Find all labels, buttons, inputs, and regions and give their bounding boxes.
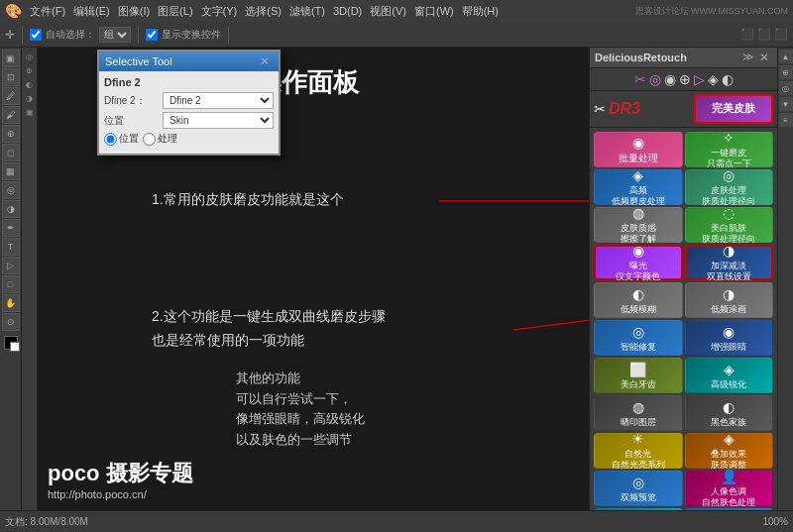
- panel-close-btn[interactable]: ✕: [756, 51, 772, 64]
- menu-select[interactable]: 选择(S): [245, 4, 282, 19]
- dual-freq-icon: ◎: [632, 475, 644, 491]
- panel-btn-portrait-tone[interactable]: 👤 人像色调自然肤色处理: [685, 471, 774, 506]
- menu-help[interactable]: 帮助(H): [462, 4, 499, 19]
- mini-tool-3[interactable]: ◎: [779, 81, 793, 95]
- panel-btn-smart-repair[interactable]: ◎ 智能修复: [594, 320, 683, 356]
- whiten-icon: ◌: [723, 205, 735, 222]
- menu-view[interactable]: 视图(V): [370, 4, 406, 19]
- panel-tool-1[interactable]: ✂: [634, 71, 646, 87]
- panel-btn-deepen[interactable]: ◑ 加深减淡双直线设置: [685, 245, 774, 280]
- panel-btn-whiten-teeth[interactable]: ⬜ 美白牙齿: [594, 358, 683, 393]
- auto-select-checkbox[interactable]: [30, 29, 42, 41]
- panel-btn-skinprocess[interactable]: ◎ 皮肤处理肤质处理径向: [685, 169, 774, 205]
- zoom-level: 100%: [762, 516, 788, 527]
- dialog-select-2[interactable]: Skin: [163, 112, 274, 129]
- canvas-text-2: 2.这个功能是一键生成双曲线磨皮步骤 也是经常使用的一项功能: [152, 305, 386, 353]
- menu-layer[interactable]: 图层(L): [158, 4, 192, 19]
- panel-tool-4[interactable]: ⊕: [679, 71, 691, 87]
- hand-tool[interactable]: ✋: [2, 294, 20, 312]
- poco-logo: poco 摄影专题 http://photo.poco.cn/: [48, 459, 193, 500]
- dialog-row-2: 位置 Skin: [104, 112, 274, 129]
- right-mini-toolbox: ▲ ⊕ ◎ ▼ ≡: [777, 48, 793, 510]
- panel-btn-print-layer[interactable]: ◍ 晒印图层: [594, 395, 683, 431]
- panel-btn-lowfreq-paint[interactable]: ◑ 低频涂画: [685, 282, 774, 318]
- dodge-tool[interactable]: ◑: [2, 200, 20, 218]
- mini-tool-4[interactable]: ▼: [779, 97, 793, 111]
- exposure-label: 曝光仅文字颜色: [616, 261, 660, 282]
- sub-tool-1[interactable]: ◎: [24, 51, 36, 62]
- panel-tool-5[interactable]: ▷: [694, 71, 705, 87]
- sub-tool-3[interactable]: ◐: [24, 78, 36, 90]
- deepen-label: 加深减淡双直线设置: [707, 261, 751, 282]
- sub-tool-2[interactable]: ⊕: [24, 64, 36, 76]
- panel-btn-cyan-tone[interactable]: ◉ 青绿色调肤质一些调节: [594, 508, 683, 510]
- radio-label-2[interactable]: 处理: [143, 132, 177, 146]
- panel-tool-7[interactable]: ◐: [722, 71, 734, 87]
- panel-btn-batch[interactable]: ◉ 批量处理: [594, 132, 683, 167]
- gradient-tool[interactable]: ▦: [2, 162, 20, 180]
- sub-tool-5[interactable]: ▣: [24, 106, 36, 118]
- panel-btn-black-family[interactable]: ◐ 黑色家族: [685, 395, 774, 431]
- mini-tool-5[interactable]: ≡: [779, 113, 793, 127]
- enhance-eyes-icon: ◉: [723, 324, 735, 341]
- panel-btn-exposure[interactable]: ◉ 曝光仅文字颜色: [594, 245, 683, 280]
- sub-tool-4[interactable]: ◑: [24, 92, 36, 104]
- left-toolbox: ▣ ⊡ 🖉 🖌 ⊕ ◻ ▦ ◎ ◑ ✒ T ▷ □ ✋ ⊙: [0, 48, 22, 510]
- panel-btn-texture[interactable]: ◍ 皮肤质感擦擦了解: [594, 207, 683, 243]
- panel-btn-oneclick[interactable]: ✧ 一键磨皮只需点一下: [685, 132, 774, 167]
- panel-title: DeliciousRetouch: [595, 52, 687, 63]
- menu-text[interactable]: 文字(Y): [201, 4, 238, 19]
- foreground-color[interactable]: [4, 336, 18, 350]
- panel-btn-perfect-skin[interactable]: 完美皮肤: [694, 94, 773, 124]
- dialog-titlebar[interactable]: Selective Tool ✕: [99, 52, 279, 71]
- zoom-tool[interactable]: ⊙: [2, 313, 20, 331]
- path-tool[interactable]: ▷: [2, 257, 20, 274]
- panel-btn-blue-tone[interactable]: ◉ 蓝色调一些颜色: [685, 508, 774, 510]
- exposure-icon: ◉: [632, 243, 644, 260]
- dialog-close-btn[interactable]: ✕: [257, 54, 273, 68]
- menu-window[interactable]: 窗口(W): [414, 4, 454, 19]
- shape-tool[interactable]: □: [2, 275, 20, 293]
- panel-btn-highfreq[interactable]: ◈ 高频低频磨皮处理: [594, 169, 683, 205]
- crop-tool[interactable]: ⊡: [2, 68, 20, 86]
- panel-tool-2[interactable]: ◎: [649, 71, 661, 87]
- panel-tool-3[interactable]: ◉: [664, 71, 676, 87]
- radio-position[interactable]: [104, 133, 117, 146]
- panel-btn-lowfreq-blur[interactable]: ◐ 低频模糊: [594, 282, 683, 318]
- panel-tool-6[interactable]: ◈: [708, 71, 719, 87]
- smart-repair-label: 智能修复: [621, 342, 656, 353]
- pen-tool[interactable]: ✒: [2, 219, 20, 237]
- menu-image[interactable]: 图像(I): [118, 4, 150, 19]
- eraser-tool[interactable]: ◻: [2, 144, 20, 161]
- panel-header: DeliciousRetouch ≫ ✕: [590, 48, 777, 68]
- menu-file[interactable]: 文件(F): [30, 4, 65, 19]
- menu-3d[interactable]: 3D(D): [333, 5, 362, 17]
- radio-label-1[interactable]: 位置: [104, 132, 139, 146]
- black-label: 黑色家族: [711, 417, 746, 428]
- panel-expand-icon[interactable]: ≫: [742, 51, 754, 64]
- radio-process[interactable]: [143, 133, 156, 146]
- selection-tool[interactable]: ▣: [2, 50, 20, 67]
- main-layout: ▣ ⊡ 🖉 🖌 ⊕ ◻ ▦ ◎ ◑ ✒ T ▷ □ ✋ ⊙ ◎ ⊕ ◐ ◑ ▣ …: [0, 48, 793, 510]
- clone-tool[interactable]: ⊕: [2, 125, 20, 143]
- auto-select-dropdown[interactable]: 组: [99, 27, 131, 43]
- menu-edit[interactable]: 编辑(E): [73, 4, 110, 19]
- mini-tool-2[interactable]: ⊕: [779, 65, 793, 79]
- panel-btn-sharpen[interactable]: ◈ 高级锐化: [685, 358, 774, 393]
- mini-tool-1[interactable]: ▲: [779, 50, 793, 63]
- text-tool[interactable]: T: [2, 238, 20, 256]
- blur-tool[interactable]: ◎: [2, 181, 20, 199]
- brush-tool[interactable]: 🖌: [2, 106, 20, 124]
- panel-btn-natural-light[interactable]: ☀ 自然光自然光亮系列: [594, 433, 683, 469]
- menu-filter[interactable]: 滤镜(T): [289, 4, 325, 19]
- eyedropper-tool[interactable]: 🖉: [2, 87, 20, 105]
- teeth-icon: ⬜: [629, 362, 646, 378]
- show-transform-checkbox[interactable]: [146, 29, 158, 41]
- panel-btn-dual-freq[interactable]: ◎ 双频预览: [594, 471, 683, 506]
- dr3-label: DR3: [609, 100, 691, 118]
- dialog-select-1[interactable]: Dfine 2: [163, 92, 274, 109]
- panel-btn-whiten[interactable]: ◌ 美白肌肤肤质处理径向: [685, 207, 774, 243]
- panel-btn-enhance-eyes[interactable]: ◉ 增强眼睛: [685, 320, 774, 356]
- panel-btn-overlay[interactable]: ◈ 叠加效果肤质调整: [685, 433, 774, 469]
- poco-url: http://photo.poco.cn/: [48, 488, 193, 500]
